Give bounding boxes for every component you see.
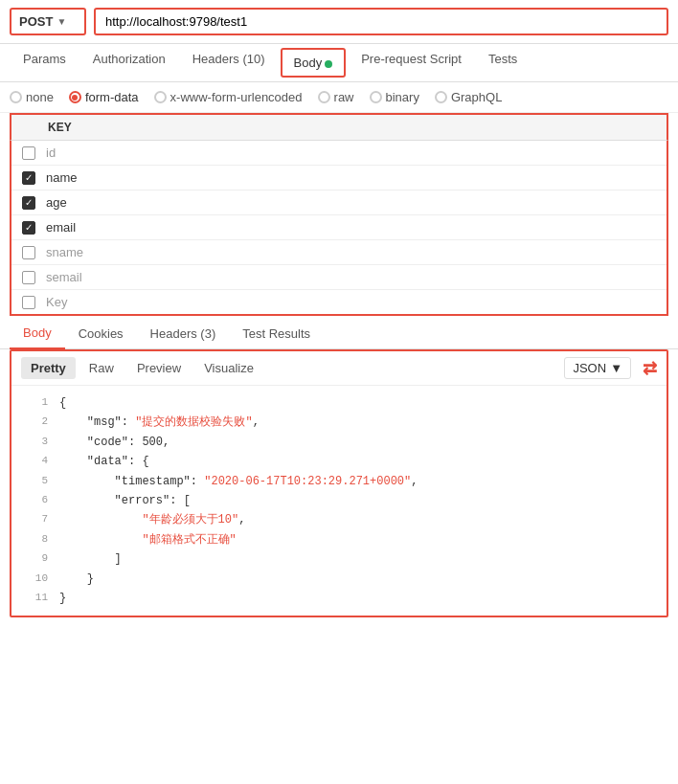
radio-graphql-circle [435, 91, 447, 103]
checkbox-age[interactable] [19, 196, 38, 210]
view-tab-preview[interactable]: Preview [127, 357, 191, 379]
checkbox-name[interactable] [19, 171, 38, 185]
radio-raw[interactable]: raw [318, 90, 354, 104]
checkbox-semail[interactable] [19, 271, 38, 284]
radio-binary-circle [370, 91, 382, 103]
body-type-row: none form-data x-www-form-urlencoded raw… [0, 82, 678, 113]
cb-email [22, 221, 35, 235]
cb-semail [22, 271, 35, 284]
form-table-header: KEY [10, 113, 668, 141]
cb-age [22, 196, 35, 210]
method-select[interactable]: POST ▼ [10, 8, 86, 35]
radio-none-circle [10, 91, 22, 103]
radio-x-www[interactable]: x-www-form-urlencoded [154, 90, 303, 104]
form-row-key-placeholder: Key [11, 290, 667, 314]
response-tab-test-results[interactable]: Test Results [229, 319, 324, 348]
radio-raw-label: raw [334, 90, 354, 104]
json-line-7: 7 "年龄必须大于10", [21, 510, 657, 529]
radio-form-data-circle [69, 91, 81, 103]
radio-binary[interactable]: binary [370, 90, 419, 104]
cb-sname [22, 246, 35, 259]
checkbox-id[interactable] [19, 146, 38, 160]
form-row-id: id [11, 141, 667, 166]
key-sname: sname [46, 245, 659, 259]
response-tab-row: Body Cookies Headers (3) Test Results [0, 316, 678, 349]
format-label: JSON [573, 361, 606, 375]
view-tab-visualize[interactable]: Visualize [194, 357, 263, 379]
method-arrow-icon: ▼ [56, 16, 77, 27]
radio-form-data[interactable]: form-data [69, 90, 139, 104]
radio-raw-circle [318, 91, 330, 103]
radio-x-www-label: x-www-form-urlencoded [170, 90, 303, 104]
radio-graphql-label: GraphQL [451, 90, 502, 104]
method-label: POST [19, 14, 53, 29]
json-content: 1 { 2 "msg": "提交的数据校验失败", 3 "code": 500,… [11, 386, 667, 616]
key-id: id [46, 146, 659, 160]
radio-binary-label: binary [386, 90, 419, 104]
json-line-4: 4 "data": { [21, 452, 657, 471]
json-line-9: 9 ] [21, 549, 657, 569]
json-line-1: 1 { [21, 393, 657, 413]
cb-name [22, 171, 35, 185]
view-tab-raw[interactable]: Raw [79, 357, 124, 379]
form-row-age: age [11, 190, 667, 215]
radio-graphql[interactable]: GraphQL [435, 90, 502, 104]
checkbox-email[interactable] [19, 221, 38, 235]
cb-key-placeholder [22, 296, 35, 309]
form-row-email: email [11, 215, 667, 240]
json-line-10: 10 } [21, 570, 657, 589]
form-table-body: id name age email sn [10, 141, 668, 316]
format-select[interactable]: JSON ▼ [564, 357, 631, 379]
tab-pre-request[interactable]: Pre-request Script [348, 44, 475, 81]
key-column-header: KEY [38, 115, 667, 140]
json-line-2: 2 "msg": "提交的数据校验失败", [21, 413, 657, 432]
view-tab-pretty[interactable]: Pretty [21, 357, 76, 379]
format-arrow-icon: ▼ [610, 361, 622, 375]
json-line-3: 3 "code": 500, [21, 433, 657, 452]
key-email: email [46, 220, 659, 235]
radio-none-label: none [26, 90, 54, 104]
form-row-sname: sname [11, 240, 667, 265]
radio-x-www-circle [154, 91, 167, 103]
form-data-table: KEY id name age [10, 113, 668, 316]
response-tab-headers[interactable]: Headers (3) [137, 319, 230, 348]
radio-none[interactable]: none [10, 90, 54, 104]
response-body-panel: Pretty Raw Preview Visualize JSON ▼ ⇄ 1 … [10, 349, 668, 617]
form-row-name: name [11, 166, 667, 190]
tab-params[interactable]: Params [10, 44, 79, 81]
tab-body[interactable]: Body [281, 48, 347, 78]
wrap-icon[interactable]: ⇄ [643, 358, 657, 379]
key-name: name [46, 170, 659, 185]
form-row-semail: semail [11, 265, 667, 290]
json-line-8: 8 "邮箱格式不正确" [21, 530, 657, 549]
radio-form-data-label: form-data [85, 90, 139, 104]
response-tab-cookies[interactable]: Cookies [65, 319, 137, 348]
key-age: age [46, 195, 659, 210]
checkbox-key-placeholder[interactable] [19, 296, 38, 309]
body-dot-icon [325, 60, 332, 68]
json-line-5: 5 "timestamp": "2020-06-17T10:23:29.271+… [21, 472, 657, 491]
url-bar: POST ▼ [0, 0, 678, 44]
top-tab-nav: Params Authorization Headers (10) Body P… [0, 44, 678, 82]
response-toolbar: Pretty Raw Preview Visualize JSON ▼ ⇄ [11, 351, 667, 386]
tab-authorization[interactable]: Authorization [79, 44, 179, 81]
json-line-11: 11 } [21, 589, 657, 608]
tab-tests[interactable]: Tests [475, 44, 531, 81]
key-placeholder-label: Key [46, 295, 659, 309]
response-tab-body[interactable]: Body [10, 318, 65, 349]
key-semail: semail [46, 270, 659, 284]
checkbox-sname[interactable] [19, 246, 38, 259]
url-input[interactable] [94, 8, 668, 35]
tab-headers[interactable]: Headers (10) [179, 44, 279, 81]
json-line-6: 6 "errors": [ [21, 491, 657, 510]
cb-id [22, 146, 35, 160]
